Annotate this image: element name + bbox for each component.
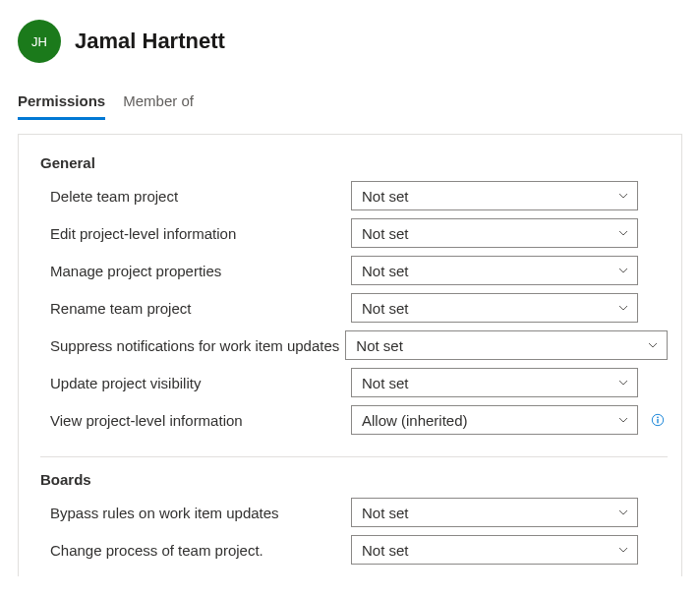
perm-value: Not set	[362, 542, 409, 559]
perm-label: Change process of team project.	[50, 542, 345, 559]
chevron-down-icon	[617, 302, 629, 314]
svg-point-1	[657, 417, 659, 419]
avatar: JH	[18, 20, 61, 63]
perm-row: Suppress notifications for work item upd…	[19, 327, 681, 364]
perm-label: Rename team project	[50, 300, 345, 317]
perm-select[interactable]: Not set	[351, 498, 638, 527]
svg-rect-2	[657, 419, 658, 423]
perm-row: Manage project properties Not set	[19, 252, 681, 289]
chevron-down-icon	[617, 544, 629, 556]
chevron-down-icon	[617, 227, 629, 239]
perm-row: Change process of team project. Not set	[19, 531, 681, 568]
perm-value: Not set	[362, 505, 409, 521]
perm-row: Delete team project Not set	[19, 177, 681, 214]
perm-row: View project-level information Allow (in…	[19, 401, 681, 439]
perm-label: Manage project properties	[50, 263, 345, 279]
perm-label: Edit project-level information	[50, 225, 345, 242]
info-icon[interactable]	[650, 412, 666, 428]
perm-row: Rename team project Not set	[19, 289, 681, 327]
perm-value: Not set	[362, 375, 409, 391]
permission-group-boards: Bypass rules on work item updates Not se…	[19, 494, 681, 576]
chevron-down-icon	[617, 265, 629, 276]
chevron-down-icon	[617, 507, 629, 518]
chevron-down-icon	[617, 414, 629, 426]
perm-label: Update project visibility	[50, 375, 345, 391]
perm-value: Allow (inherited)	[362, 412, 468, 429]
perm-row: Edit project-level information Not set	[19, 214, 681, 252]
section-heading-general: General	[19, 154, 681, 177]
chevron-down-icon	[647, 339, 659, 351]
perm-value: Not set	[362, 225, 409, 242]
user-header: JH Jamal Hartnett	[0, 0, 700, 71]
perm-value: Not set	[362, 188, 409, 205]
perm-select[interactable]: Not set	[351, 368, 638, 397]
tabs: Permissions Member of	[0, 71, 700, 120]
permission-group-general: Delete team project Not set Edit project…	[19, 177, 681, 447]
tab-member-of[interactable]: Member of	[123, 89, 194, 120]
chevron-down-icon	[617, 190, 629, 202]
tab-permissions[interactable]: Permissions	[18, 89, 105, 120]
perm-select[interactable]: Not set	[351, 535, 638, 565]
perm-row: Bypass rules on work item updates Not se…	[19, 494, 681, 531]
perm-label: View project-level information	[50, 412, 345, 429]
perm-row: Update project visibility Not set	[19, 364, 681, 401]
permissions-panel: General Delete team project Not set Edit…	[18, 134, 682, 576]
perm-select[interactable]: Not set	[351, 293, 638, 323]
perm-value: Not set	[362, 263, 409, 279]
section-heading-boards: Boards	[19, 471, 681, 494]
perm-label: Bypass rules on work item updates	[50, 505, 345, 521]
perm-select[interactable]: Not set	[351, 218, 638, 248]
user-name: Jamal Hartnett	[75, 29, 225, 54]
perm-select[interactable]: Allow (inherited)	[351, 405, 638, 435]
perm-label: Suppress notifications for work item upd…	[50, 337, 339, 354]
perm-select[interactable]: Not set	[351, 256, 638, 285]
section-divider	[40, 456, 668, 457]
perm-label: Delete team project	[50, 188, 345, 205]
perm-value: Not set	[362, 300, 409, 317]
chevron-down-icon	[617, 377, 629, 388]
perm-select[interactable]: Not set	[345, 330, 668, 360]
perm-select[interactable]: Not set	[351, 181, 638, 210]
perm-value: Not set	[356, 337, 403, 354]
